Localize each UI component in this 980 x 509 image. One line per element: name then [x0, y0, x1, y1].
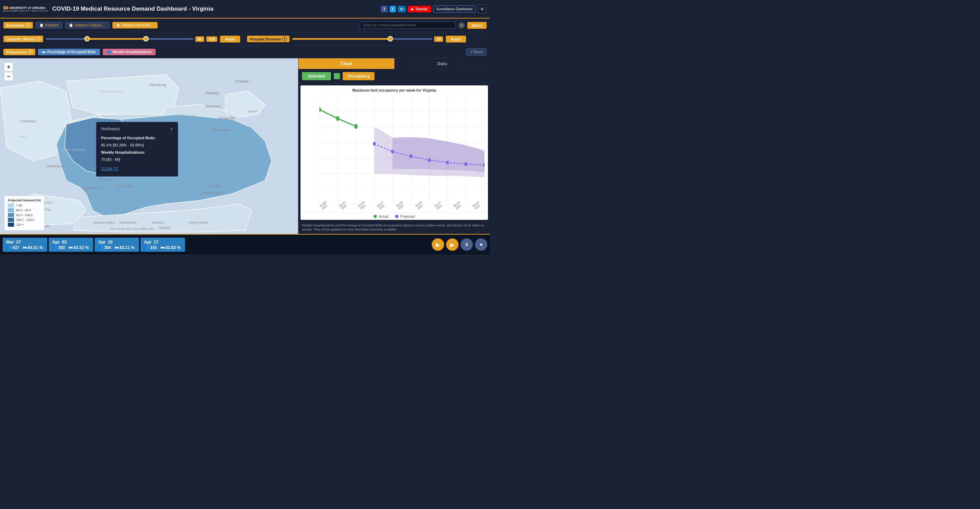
query-button[interactable]: Query: [468, 22, 487, 29]
legend-item-3: 93.3 - 106.6: [8, 213, 41, 217]
legend-item-2: 80.0 - 93.3: [8, 208, 41, 212]
tab-data[interactable]: Data: [395, 58, 490, 69]
time-card-3[interactable]: Apr 10 👥 364 🛏 83.11 %: [95, 238, 139, 252]
scenario-tag-3[interactable]: 📋 Adaptive-VariantB1...: [112, 22, 158, 29]
logo-uva: 🛡 UNIVERSITY of VIRGINIA: [3, 6, 48, 10]
bed-stat-2: 🛏 83.52 %: [68, 245, 89, 250]
time-card-2[interactable]: Apr 03 👥 392 🛏 83.52 %: [49, 238, 93, 252]
play-button[interactable]: ▶: [446, 238, 458, 251]
forward-button[interactable]: ▶: [432, 238, 444, 251]
capacity-slider-track[interactable]: [46, 38, 193, 40]
svg-text:Winston-Salem: Winston-Salem: [93, 220, 115, 224]
legend-item-1: < 80: [8, 203, 41, 207]
person-stat-4: 👥 343: [144, 245, 157, 250]
legend-item-5: 120 +: [8, 223, 41, 227]
tooltip-region: Northwest: [101, 126, 119, 131]
twitter-button[interactable]: t: [390, 6, 395, 12]
shield-icon: 🛡: [3, 6, 8, 9]
chart-note: Weekly Hospitalizations and Percentage o…: [299, 222, 490, 234]
time-card-1-stats: 👥 437 🛏 84.01 %: [6, 245, 43, 250]
bed-stat-4: 🛏 82.83 %: [161, 245, 181, 250]
logo-bio: BIOCOMPLEXITY INSTITUTE: [3, 10, 48, 12]
menu-button[interactable]: ≡: [478, 5, 487, 13]
reset-button[interactable]: ↺ Reset: [466, 48, 487, 56]
svg-text:Esri, HERE, NPS | Esri, HERE, : Esri, HERE, NPS | Esri, HERE, NPS: [111, 227, 154, 230]
hospital-slider-track[interactable]: [292, 38, 432, 40]
time-card-2-date: Apr 03: [52, 239, 67, 244]
stop-button[interactable]: ■: [475, 238, 487, 251]
person-stat-2: 👥 392: [52, 245, 65, 250]
svg-text:Harrisburg: Harrisburg: [149, 83, 166, 87]
chart-legend: Actual Projected: [301, 213, 488, 220]
person-icon-2: 👥: [52, 245, 57, 250]
tab-chart[interactable]: Chart: [299, 58, 395, 69]
scenario-tag-2[interactable]: 📋 Adaptive-FatigueC...: [65, 22, 110, 29]
capacity-toolbar: Capacity (Beds) ℹ 80 120 Apply Hospital …: [0, 32, 490, 46]
projections-label[interactable]: Projections ℹ: [3, 49, 35, 55]
reset-icon: ↺: [470, 50, 473, 54]
legend-color-1: [8, 203, 14, 207]
capacity-handle-max[interactable]: [143, 36, 149, 41]
zoom-in-button[interactable]: +: [4, 62, 13, 71]
svg-text:Durham: Durham: [153, 220, 164, 224]
play-icon: ▶: [411, 7, 414, 11]
svg-text:Annapolis: Annapolis: [219, 116, 235, 120]
svg-text:Virginia Beach: Virginia Beach: [202, 191, 223, 195]
capacity-slider-area: 80 120: [46, 37, 217, 42]
surveillance-dashboard-button[interactable]: Surveillance Dashboard: [433, 5, 476, 13]
svg-text:Washington: Washington: [212, 128, 231, 132]
time-card-1[interactable]: Mar 27 👥 437 🛏 84.01 %: [3, 238, 47, 252]
facebook-button[interactable]: f: [381, 6, 388, 12]
svg-text:Dover: Dover: [248, 109, 258, 113]
bed-stat-1: 🛏 84.01 %: [22, 245, 43, 250]
hospitalizations-button[interactable]: 👥 Weekly Hospitalizations: [103, 49, 156, 55]
bed-icon-4: 🛏: [161, 245, 164, 250]
selected-button[interactable]: Selected: [302, 72, 331, 80]
query-input[interactable]: [360, 22, 456, 29]
hospital-slider-area: 10: [292, 37, 443, 42]
tooltip-zoom-link[interactable]: ZOOM TO: [101, 165, 173, 172]
capacity-min-value: 80: [195, 37, 204, 42]
apply-capacity-button[interactable]: Apply: [220, 36, 240, 43]
time-card-4-date: Apr 17: [144, 239, 159, 244]
tutorial-button[interactable]: ▶ Tutorial: [408, 6, 431, 12]
color-swatch: [334, 73, 340, 79]
clear-query-button[interactable]: ×: [458, 22, 465, 29]
legend-title: Projected Demand (%): [8, 199, 41, 202]
time-card-4[interactable]: Apr 17 👥 343 🛏 82.83 %: [140, 238, 185, 252]
time-card-1-date: Mar 27: [6, 239, 21, 244]
linkedin-button[interactable]: in: [398, 6, 406, 12]
tooltip-close-button[interactable]: ×: [170, 126, 173, 132]
legend-color-5: [8, 223, 14, 227]
scenarios-label[interactable]: Scenarios ℹ: [3, 22, 33, 29]
person-icon-3: 👥: [98, 245, 103, 250]
scenario-tag-1[interactable]: 📋 Adaptive: [36, 22, 62, 29]
person-icon-1: 👥: [6, 245, 11, 250]
projections-info-icon: ℹ: [28, 50, 33, 54]
map-legend: Projected Demand (%) < 80 80.0 - 93.3 93…: [4, 196, 45, 230]
svg-text:Roanoke: Roanoke: [99, 177, 114, 182]
main-content: Columbus Charleston Harrisburg Reading P…: [0, 58, 490, 234]
capacity-info-icon: ℹ: [36, 37, 40, 41]
svg-point-62: [446, 161, 449, 164]
map-area[interactable]: Columbus Charleston Harrisburg Reading P…: [0, 58, 298, 234]
hospital-handle[interactable]: [388, 36, 393, 41]
scenario-icon-3: 📋: [116, 23, 120, 27]
bed-icon-2: 🛏: [68, 245, 73, 250]
svg-text:OHIO: OHIO: [18, 134, 27, 138]
beds-button[interactable]: 🛏 Percentage of Occupied Beds: [38, 49, 100, 55]
page-title: COVID-19 Medical Resource Demand Dashboa…: [52, 5, 381, 12]
time-card-2-stats: 👥 392 🛏 83.52 %: [52, 245, 89, 250]
person-stat-3: 👥 364: [98, 245, 111, 250]
tooltip-weekly-hosp-value: 70 [65 - 89]: [101, 156, 173, 163]
apply-hospital-button[interactable]: Apply: [446, 36, 466, 43]
capacity-handle-min[interactable]: [84, 36, 90, 41]
pause-button[interactable]: ⏸: [461, 238, 473, 251]
legend-projected: Projected: [395, 215, 415, 219]
logo-area: 🛡 UNIVERSITY of VIRGINIA BIOCOMPLEXITY I…: [3, 6, 48, 12]
capacity-slider-fill: [87, 38, 146, 40]
occupancy-select[interactable]: Occupancy: [343, 72, 374, 80]
legend-color-3: [8, 213, 14, 217]
zoom-out-button[interactable]: −: [4, 72, 13, 81]
player-controls: ▶ ▶ ⏸ ■: [432, 238, 487, 251]
